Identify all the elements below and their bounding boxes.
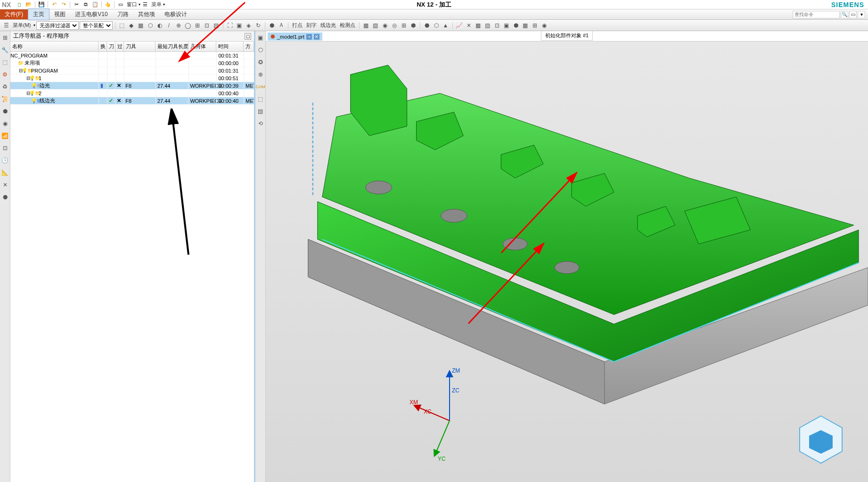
part-tab[interactable]: ⬣ _model1.prt ▪ ✕ xyxy=(268,33,322,41)
mid-r5-icon[interactable]: CAM xyxy=(257,83,264,91)
mid-r4-icon[interactable]: ⊕ xyxy=(257,71,264,78)
t14-icon[interactable]: ◈ xyxy=(245,21,253,30)
menu-dropdown[interactable]: ☰ xyxy=(2,21,10,30)
opts1-icon[interactable]: ▭ xyxy=(849,11,857,18)
mid-r8-icon[interactable]: ⟲ xyxy=(257,120,264,127)
t38-icon[interactable]: ◉ xyxy=(540,21,549,30)
t16-icon[interactable]: ⬢ xyxy=(268,21,276,30)
col-cutter[interactable]: 刀具 xyxy=(124,42,156,51)
t5-icon[interactable]: ◐ xyxy=(156,21,164,30)
open-icon[interactable]: 📂 xyxy=(25,1,33,8)
menu-toolpath[interactable]: 刀路 xyxy=(113,9,133,20)
mid-r1-icon[interactable]: ▣ xyxy=(257,34,264,42)
t25-icon[interactable]: ⬢ xyxy=(409,21,418,30)
menu-home[interactable]: 主页 xyxy=(28,8,49,20)
assembly-filter[interactable]: 整个装配 xyxy=(80,21,113,30)
rail-r11-icon[interactable]: 🕒 xyxy=(1,157,9,164)
nav-row[interactable]: 💡⚙边光▮✓✕F827.44WORKPIECE00:00:39MET xyxy=(10,82,254,90)
nav-row[interactable]: 💡⊞线边光✓✕F827.44WORKPIECE00:00:40MET xyxy=(10,97,254,105)
nav-row[interactable]: NC_PROGRAM00:01:31 xyxy=(10,52,254,59)
t6-icon[interactable]: / xyxy=(165,21,173,30)
col-geometry[interactable]: 几何体 xyxy=(188,42,217,51)
t13-icon[interactable]: ▣ xyxy=(235,21,244,30)
t24-icon[interactable]: ⊞ xyxy=(400,21,408,30)
t27-icon[interactable]: ⬡ xyxy=(432,21,441,30)
navigator-pin-icon[interactable]: ▢ xyxy=(245,33,251,40)
tab-close-icon[interactable]: ✕ xyxy=(314,34,319,40)
rail-nav-icon[interactable]: ⊞ xyxy=(1,34,9,42)
touch-icon[interactable]: 👆 xyxy=(104,1,112,8)
redo-icon[interactable]: ↷ xyxy=(60,1,67,8)
menu-view[interactable]: 视图 xyxy=(49,9,70,20)
paste-icon[interactable]: 📋 xyxy=(91,1,99,8)
t20-icon[interactable]: ▦ xyxy=(362,21,370,30)
label-probe[interactable]: 检测点 xyxy=(340,22,355,29)
cut-icon[interactable]: ✂ xyxy=(73,1,80,8)
mid-r6-icon[interactable]: ⬚ xyxy=(257,95,264,103)
t17-icon[interactable]: Ａ xyxy=(277,21,286,30)
window-icon[interactable]: ▭ xyxy=(117,1,124,8)
rail-hist-icon[interactable]: 📜 xyxy=(1,95,9,103)
rail-r10-icon[interactable]: ⊡ xyxy=(1,144,9,152)
menu-label[interactable]: 菜单 xyxy=(151,1,162,8)
col-method[interactable]: 方 xyxy=(244,42,254,51)
t3-icon[interactable]: ▦ xyxy=(137,21,145,30)
search-go-icon[interactable]: 🔍 xyxy=(841,11,848,18)
t23-icon[interactable]: ◎ xyxy=(390,21,399,30)
tab-pin-icon[interactable]: ▪ xyxy=(306,34,312,40)
new-icon[interactable]: 🗋 xyxy=(16,1,23,8)
t4-icon[interactable]: ⬡ xyxy=(146,21,155,30)
t12-icon[interactable]: ⛶ xyxy=(226,21,234,30)
rail-reuse-icon[interactable]: ♻ xyxy=(1,83,9,91)
col-tool[interactable]: 刀 xyxy=(107,42,115,51)
t9-icon[interactable]: ⊞ xyxy=(193,21,202,30)
rail-asm-icon[interactable]: ⬚ xyxy=(1,58,9,66)
t2-icon[interactable]: ◆ xyxy=(127,21,136,30)
nav-row[interactable]: ⊟💡📁100:00:51 xyxy=(10,75,254,82)
t37-icon[interactable]: ⊞ xyxy=(531,21,539,30)
mid-r3-icon[interactable]: ✪ xyxy=(257,58,264,66)
nav-row[interactable]: ⊟💡📁200:00:40 xyxy=(10,90,254,97)
menu-btn-label[interactable]: 菜单(M) xyxy=(13,22,31,29)
command-search[interactable] xyxy=(793,11,840,18)
menu-electrode[interactable]: 进玉电极V10 xyxy=(70,9,112,20)
t15-icon[interactable]: ↻ xyxy=(254,21,262,30)
t33-icon[interactable]: ⊡ xyxy=(493,21,501,30)
rail-r14-icon[interactable]: ⬣ xyxy=(1,193,9,201)
mid-r7-icon[interactable]: ▤ xyxy=(257,108,264,115)
menu-eldesign[interactable]: 电极设计 xyxy=(160,9,192,20)
col-pass[interactable]: 过 xyxy=(115,42,124,51)
t11-icon[interactable]: ▤ xyxy=(212,21,221,30)
t30-icon[interactable]: ✕ xyxy=(465,21,473,30)
label-dot[interactable]: 打点 xyxy=(292,22,303,29)
rail-part-icon[interactable]: 🔧 xyxy=(1,46,9,54)
t7-icon[interactable]: ⊕ xyxy=(174,21,183,30)
t29-icon[interactable]: 📈 xyxy=(455,21,464,30)
t26-icon[interactable]: ⬣ xyxy=(423,21,431,30)
t22-icon[interactable]: ◉ xyxy=(381,21,389,30)
rail-r9-icon[interactable]: 📶 xyxy=(1,132,9,140)
graphics-viewport[interactable]: 初始化部件对象 #1 ⬣ _model1.prt ▪ ✕ xyxy=(266,31,868,482)
menu-other[interactable]: 其他项 xyxy=(133,9,160,20)
selection-filter[interactable]: 无选择过滤器 xyxy=(36,21,79,30)
t31-icon[interactable]: ▦ xyxy=(474,21,483,30)
col-change[interactable]: 换 xyxy=(98,42,107,51)
rail-r13-icon[interactable]: ✕ xyxy=(1,181,9,189)
rail-r8-icon[interactable]: ◉ xyxy=(1,120,9,127)
window-label[interactable]: 窗口 xyxy=(127,1,137,8)
t36-icon[interactable]: ▦ xyxy=(521,21,530,30)
save-icon[interactable]: 💾 xyxy=(38,1,45,8)
t28-icon[interactable]: ▲ xyxy=(442,21,450,30)
t10-icon[interactable]: ⊡ xyxy=(203,21,211,30)
opts2-icon[interactable]: ▾ xyxy=(858,11,865,18)
mid-r2-icon[interactable]: ⬡ xyxy=(257,46,264,54)
col-length[interactable]: 最短刀具长度 xyxy=(156,42,188,51)
nav-row[interactable]: ⊟💡📁PROGRAM00:01:31 xyxy=(10,67,254,75)
rail-cam-icon[interactable]: ⚙ xyxy=(1,71,9,78)
t8-icon[interactable]: ◯ xyxy=(184,21,192,30)
label-engrave[interactable]: 刻字 xyxy=(306,22,317,29)
navigator-body[interactable]: NC_PROGRAM00:01:31📁未用项00:00:00⊟💡📁PROGRAM… xyxy=(10,52,254,482)
t32-icon[interactable]: ▤ xyxy=(483,21,492,30)
undo-icon[interactable]: ↶ xyxy=(50,1,58,8)
t35-icon[interactable]: ⬢ xyxy=(512,21,520,30)
